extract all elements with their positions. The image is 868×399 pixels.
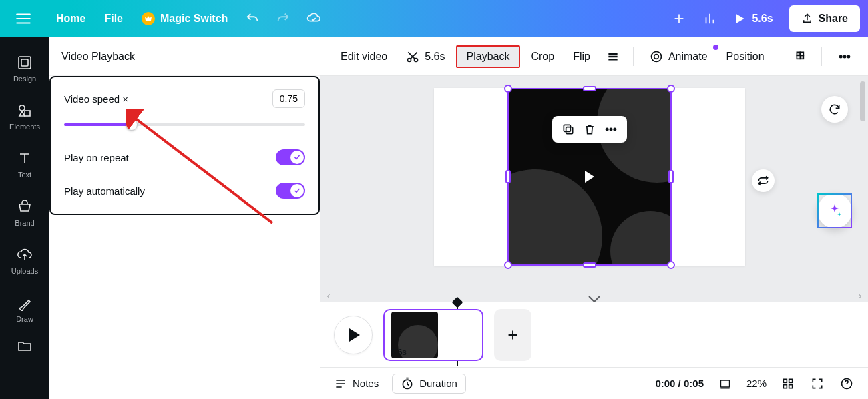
undo-button[interactable]	[237, 0, 268, 37]
notes-button[interactable]: Notes	[334, 377, 379, 390]
selected-video-element[interactable]	[507, 88, 672, 266]
page-indicator-icon[interactable]	[588, 295, 601, 302]
resize-handle[interactable]	[583, 262, 596, 268]
redo-button[interactable]	[268, 0, 298, 37]
play-auto-toggle[interactable]	[276, 183, 305, 199]
sidebar-item-label: Uploads	[11, 267, 38, 275]
sidebar-item-uploads[interactable]: Uploads	[0, 239, 49, 287]
resize-handle[interactable]	[504, 85, 512, 93]
notification-dot	[713, 45, 718, 50]
playback-panel: Video Playback Video speed × 0.75 Play o…	[49, 37, 320, 399]
svg-rect-3	[25, 111, 30, 116]
top-bar: Home File Magic Switch 5.6s Share	[0, 0, 868, 37]
animate-button[interactable]: Animate	[642, 46, 716, 67]
time-display: 0:00 / 0:05	[655, 378, 704, 389]
element-more-button[interactable]	[603, 121, 619, 137]
play-auto-label: Play automatically	[64, 185, 145, 197]
svg-point-2	[19, 105, 25, 111]
sidebar-item-label: Draw	[16, 315, 33, 323]
crown-icon	[142, 12, 155, 25]
resize-handle[interactable]	[505, 170, 511, 183]
cloud-sync-icon[interactable]	[298, 0, 329, 37]
sidebar-item-text[interactable]: Text	[0, 143, 49, 191]
svg-rect-1	[21, 59, 28, 66]
zoom-level[interactable]: 22%	[746, 378, 767, 389]
sidebar-item-projects[interactable]	[0, 335, 49, 359]
canvas-column: Edit video 5.6s Playback Crop Flip Anima…	[320, 37, 868, 399]
fullscreen-button[interactable]	[809, 376, 825, 392]
svg-rect-23	[783, 379, 787, 382]
svg-point-14	[843, 55, 845, 57]
transparency-button[interactable]	[789, 46, 813, 67]
duplicate-button[interactable]	[560, 121, 576, 137]
help-button[interactable]	[839, 376, 855, 392]
delete-button[interactable]	[582, 121, 598, 137]
resize-handle[interactable]	[668, 170, 674, 183]
grid-view-button[interactable]	[780, 376, 796, 392]
ai-assistant-button[interactable]	[817, 193, 852, 228]
video-speed-slider[interactable]	[64, 117, 305, 132]
resize-handle[interactable]	[583, 86, 596, 91]
svg-rect-12	[797, 55, 800, 59]
add-button[interactable]	[664, 0, 694, 37]
play-repeat-toggle[interactable]	[276, 149, 305, 165]
sidebar-item-elements[interactable]: Elements	[0, 95, 49, 143]
canvas-stage[interactable]	[320, 76, 868, 302]
home-link[interactable]: Home	[47, 0, 95, 37]
svg-line-4	[132, 116, 272, 223]
preview-play-button[interactable]: 5.6s	[725, 12, 781, 25]
sidebar-item-brand[interactable]: Brand	[0, 191, 49, 239]
add-page-button[interactable]	[494, 309, 531, 361]
svg-rect-25	[783, 384, 787, 388]
page-view-button[interactable]	[717, 376, 733, 392]
vertical-scrollbar[interactable]	[859, 80, 867, 292]
playback-button[interactable]: Playback	[456, 45, 521, 68]
svg-point-7	[651, 51, 661, 61]
crop-button[interactable]: Crop	[523, 47, 562, 67]
svg-rect-16	[566, 127, 573, 134]
more-button[interactable]	[830, 46, 859, 67]
flip-button[interactable]: Flip	[565, 47, 598, 67]
video-speed-label: Video speed ×	[64, 93, 128, 105]
timeline-clip[interactable]: 5.6s	[383, 309, 483, 361]
magic-switch-button[interactable]: Magic Switch	[132, 0, 237, 37]
sync-button[interactable]	[752, 169, 775, 192]
slider-thumb[interactable]	[126, 119, 138, 131]
sidebar-item-draw[interactable]: Draw	[0, 287, 49, 335]
share-button[interactable]: Share	[789, 5, 860, 32]
animate-label: Animate	[668, 51, 708, 63]
trim-duration-button[interactable]: 5.6s	[398, 46, 453, 67]
sidebar-item-label: Brand	[15, 219, 34, 227]
preview-duration-label: 5.6s	[752, 13, 773, 25]
element-floating-toolbar	[552, 116, 627, 143]
video-speed-input[interactable]: 0.75	[272, 89, 305, 108]
timeline: 5.6s	[320, 302, 868, 367]
svg-point-8	[654, 54, 659, 59]
sidebar-item-label: Text	[18, 171, 31, 179]
svg-rect-26	[789, 384, 793, 388]
svg-point-15	[847, 55, 849, 57]
svg-rect-17	[564, 125, 570, 131]
svg-rect-0	[19, 57, 31, 69]
panel-title: Video Playback	[49, 37, 320, 76]
sidebar-item-label: Design	[13, 75, 36, 83]
video-play-icon[interactable]	[585, 171, 594, 183]
sidebar-item-label: Elements	[9, 123, 40, 131]
duration-label: Duration	[419, 378, 457, 389]
resize-handle[interactable]	[667, 261, 675, 269]
resize-handle[interactable]	[667, 85, 675, 93]
position-button[interactable]: Position	[718, 47, 773, 67]
resize-handle[interactable]	[504, 261, 512, 269]
list-icon-button[interactable]	[601, 46, 625, 67]
menu-button[interactable]	[0, 0, 47, 37]
trim-duration-label: 5.6s	[425, 51, 445, 63]
bottom-bar: Notes Duration 0:00 / 0:05 22%	[320, 367, 868, 399]
playback-card: Video speed × 0.75 Play on repeat Play a…	[49, 76, 320, 215]
timeline-play-button[interactable]	[334, 316, 373, 354]
regenerate-button[interactable]	[821, 96, 848, 123]
edit-video-button[interactable]: Edit video	[333, 47, 395, 67]
analytics-button[interactable]	[694, 0, 725, 37]
file-menu[interactable]: File	[95, 0, 132, 37]
duration-button[interactable]: Duration	[392, 374, 466, 394]
sidebar-item-design[interactable]: Design	[0, 47, 49, 95]
